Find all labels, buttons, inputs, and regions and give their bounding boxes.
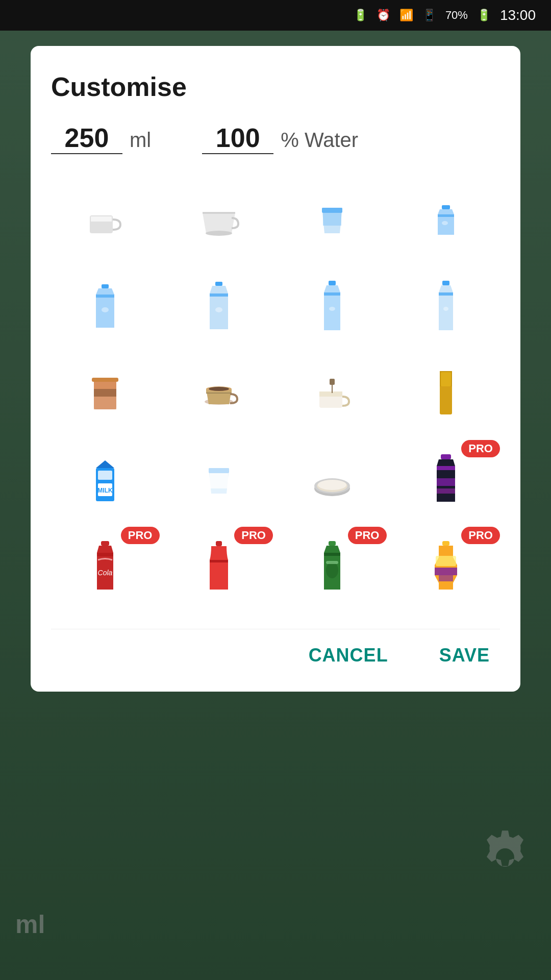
svg-rect-24 — [92, 378, 118, 382]
wifi-icon: 📶 — [399, 9, 413, 22]
pro-badge-ketchup: PRO — [234, 527, 273, 544]
glass-icon — [312, 192, 353, 249]
svg-rect-62 — [439, 575, 453, 581]
bottle-400-icon — [198, 279, 239, 335]
svg-rect-60 — [442, 541, 449, 546]
small-mug-icon — [85, 192, 126, 249]
svg-rect-63 — [436, 556, 456, 566]
svg-rect-52 — [97, 553, 113, 556]
customise-dialog: Customise ml % Water — [31, 46, 520, 692]
svg-point-16 — [329, 307, 335, 311]
juice-bottle-icon — [425, 540, 466, 596]
svg-rect-22 — [94, 389, 116, 397]
clock: 13:00 — [500, 7, 536, 23]
drink-grid: MILK PRO — [51, 180, 500, 608]
bottle-500-icon — [312, 279, 353, 335]
item-large-cup[interactable] — [165, 180, 273, 261]
svg-rect-57 — [324, 553, 340, 556]
battery-saver-icon: 🔋 — [354, 9, 367, 22]
item-small-mug[interactable] — [51, 180, 160, 261]
alarm-icon: ⏰ — [377, 9, 390, 22]
svg-marker-37 — [96, 460, 114, 468]
svg-point-7 — [442, 221, 448, 225]
milk-carton-icon: MILK — [85, 453, 126, 509]
svg-rect-1 — [91, 216, 112, 222]
svg-rect-55 — [210, 560, 228, 562]
item-milk[interactable]: MILK — [51, 440, 160, 522]
dialog-title: Customise — [51, 71, 500, 102]
svg-rect-6 — [438, 214, 454, 217]
svg-point-46 — [318, 480, 346, 490]
svg-rect-12 — [210, 293, 228, 297]
ml-input[interactable] — [51, 122, 122, 154]
svg-rect-59 — [326, 561, 338, 564]
svg-rect-42 — [210, 473, 228, 488]
item-bottle-750[interactable] — [392, 266, 500, 348]
svg-rect-8 — [102, 284, 109, 288]
item-bottle-400[interactable] — [165, 266, 273, 348]
svg-rect-30 — [319, 391, 342, 397]
item-glass[interactable] — [278, 180, 387, 261]
item-bottle-small[interactable] — [392, 180, 500, 261]
percent-input[interactable] — [202, 122, 273, 154]
save-button[interactable]: SAVE — [429, 640, 500, 671]
svg-point-10 — [102, 307, 109, 312]
svg-rect-47 — [441, 454, 451, 459]
ketchup-bottle-icon — [198, 540, 239, 596]
svg-rect-15 — [324, 292, 340, 296]
soda-bottle-icon — [425, 453, 466, 509]
svg-rect-5 — [442, 205, 450, 209]
soup-bowl-icon — [312, 453, 353, 509]
item-bottle-300[interactable] — [51, 266, 160, 348]
item-soup[interactable] — [278, 440, 387, 522]
green-bottle-icon — [312, 540, 353, 596]
signal-icon: 📱 — [422, 9, 436, 22]
pro-badge-green: PRO — [348, 527, 387, 544]
svg-point-28 — [209, 387, 229, 391]
item-cola[interactable]: PRO Cola — [51, 527, 160, 608]
svg-rect-17 — [442, 281, 449, 285]
item-green-bottle[interactable]: PRO — [278, 527, 387, 608]
battery-icon: 🔋 — [477, 9, 491, 22]
svg-rect-41 — [209, 468, 229, 473]
svg-rect-3 — [322, 208, 342, 213]
bottle-750-icon — [425, 279, 466, 335]
milk-glass-icon — [198, 453, 239, 509]
item-juice-bottle[interactable]: PRO — [392, 527, 500, 608]
svg-point-19 — [443, 307, 448, 311]
svg-text:MILK: MILK — [98, 487, 113, 494]
item-milk-glass[interactable] — [165, 440, 273, 522]
svg-rect-56 — [329, 541, 336, 546]
iced-coffee-icon — [85, 366, 126, 422]
percent-unit: % Water — [281, 129, 358, 152]
svg-rect-18 — [439, 292, 453, 296]
item-coffee[interactable] — [165, 353, 273, 435]
svg-rect-9 — [96, 295, 114, 298]
item-juice-box[interactable] — [392, 353, 500, 435]
item-bottle-500[interactable] — [278, 266, 387, 348]
juice-box-icon — [425, 366, 466, 422]
item-ketchup[interactable]: PRO — [165, 527, 273, 608]
pro-badge-soda: PRO — [461, 440, 500, 457]
item-soda[interactable]: PRO — [392, 440, 500, 522]
svg-rect-40 — [98, 471, 112, 480]
tea-cup-icon — [312, 366, 353, 422]
item-tea[interactable] — [278, 353, 387, 435]
svg-rect-48 — [437, 466, 455, 470]
svg-rect-23 — [94, 397, 116, 409]
svg-rect-49 — [437, 478, 455, 486]
svg-rect-54 — [216, 541, 222, 546]
bottle-small-icon — [425, 192, 466, 249]
cancel-button[interactable]: CANCEL — [298, 640, 398, 671]
svg-rect-4 — [323, 213, 341, 226]
svg-rect-32 — [330, 379, 335, 385]
svg-rect-14 — [329, 281, 336, 285]
dialog-buttons: CANCEL SAVE — [51, 629, 500, 671]
svg-text:Cola: Cola — [98, 569, 113, 577]
water-percent-group: % Water — [202, 122, 358, 154]
input-row: ml % Water — [51, 122, 500, 154]
pro-badge-cola: PRO — [121, 527, 160, 544]
cola-bottle-icon: Cola — [85, 540, 126, 596]
item-iced-coffee[interactable] — [51, 353, 160, 435]
battery-percent: 70% — [445, 9, 468, 22]
